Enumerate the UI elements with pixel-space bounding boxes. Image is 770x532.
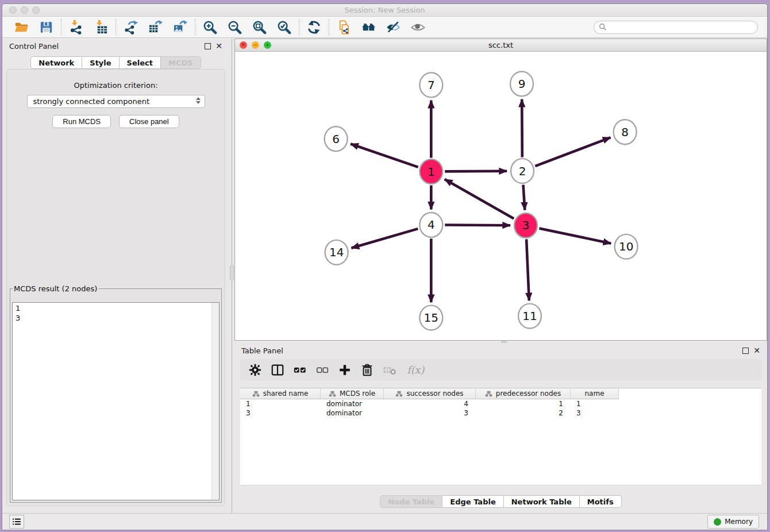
table-tab-motifs[interactable]: Motifs — [580, 495, 622, 508]
vertical-split-divider[interactable] — [229, 38, 234, 513]
tab-network[interactable]: Network — [30, 56, 82, 69]
edge-4-14[interactable] — [351, 229, 418, 248]
edge-2-9[interactable] — [522, 99, 522, 157]
svg-text:1: 1 — [428, 165, 435, 179]
first-neighbors-icon[interactable] — [361, 20, 376, 35]
tab-style[interactable]: Style — [82, 56, 119, 69]
table-row[interactable]: 1dominator411 — [240, 399, 761, 408]
graph-node-6[interactable]: 6 — [325, 126, 348, 151]
svg-text:9: 9 — [518, 77, 526, 91]
zoom-in-icon[interactable] — [202, 20, 218, 35]
split-view-icon[interactable] — [271, 363, 284, 377]
edge-4-3[interactable] — [445, 225, 510, 225]
table-cell[interactable]: 3 — [240, 408, 321, 418]
table-tab-network-table[interactable]: Network Table — [504, 495, 580, 508]
edge-1-2[interactable] — [445, 171, 507, 172]
edge-3-11[interactable] — [526, 239, 529, 300]
export-network-icon[interactable] — [123, 20, 138, 35]
column-header-predecessor-nodes[interactable]: predecessor nodes — [476, 388, 571, 399]
hide-selected-icon[interactable] — [386, 20, 401, 35]
table-cell[interactable]: 4 — [384, 399, 476, 408]
table-row[interactable]: 3dominator323 — [240, 408, 761, 418]
table-header-row: shared nameMCDS rolesuccessor nodesprede… — [240, 388, 761, 399]
close-panel-icon[interactable]: ✕ — [215, 43, 222, 49]
table-cell[interactable]: dominator — [321, 408, 384, 418]
table-cell[interactable]: 2 — [476, 408, 571, 418]
edge-2-8[interactable] — [535, 137, 610, 166]
table-panel-title: Table Panel — [241, 346, 283, 355]
search-input[interactable] — [610, 22, 753, 32]
tab-mcds[interactable]: MCDS — [161, 56, 201, 69]
zoom-fit-icon[interactable] — [252, 20, 267, 35]
graph-node-15[interactable]: 15 — [419, 306, 442, 330]
graph-node-14[interactable]: 14 — [325, 240, 348, 265]
table-cell[interactable]: 1 — [240, 399, 321, 408]
column-header-shared-name[interactable]: shared name — [240, 388, 321, 399]
svg-text:8: 8 — [621, 125, 629, 139]
network-graph[interactable]: 7968124314101511 — [235, 52, 767, 340]
copy-network-icon[interactable] — [336, 20, 352, 35]
show-all-icon[interactable] — [410, 20, 426, 35]
close-panel-icon[interactable]: ✕ — [753, 347, 760, 354]
tab-select[interactable]: Select — [120, 56, 161, 69]
select-all-icon[interactable] — [293, 363, 307, 377]
settings-icon[interactable] — [248, 363, 262, 377]
import-table-icon[interactable] — [93, 20, 109, 35]
search-box[interactable] — [594, 21, 758, 34]
memory-button[interactable]: Memory — [707, 515, 759, 529]
close-panel-button[interactable]: Close panel — [119, 115, 179, 128]
network-window-title: scc.txt — [235, 41, 767, 49]
result-scrollbar[interactable] — [211, 303, 219, 500]
export-image-icon[interactable] — [172, 20, 188, 35]
deselect-all-icon[interactable] — [315, 363, 329, 377]
edge-3-1[interactable] — [445, 179, 514, 219]
optimization-select[interactable]: strongly connected component — [27, 95, 205, 108]
table-cell[interactable]: 1 — [571, 399, 619, 408]
graph-node-2[interactable]: 2 — [511, 159, 534, 183]
app-title: Session: New Session — [2, 6, 767, 14]
svg-text:6: 6 — [332, 132, 340, 146]
edge-2-3[interactable] — [523, 185, 525, 210]
select-stepper-icon — [196, 97, 201, 104]
graph-node-10[interactable]: 10 — [615, 234, 638, 259]
zoom-out-icon[interactable] — [227, 20, 242, 35]
task-history-button[interactable] — [9, 515, 24, 529]
graph-node-11[interactable]: 11 — [518, 304, 541, 329]
app-window: Session: New Session Control Panel ✕ Net… — [2, 3, 768, 530]
table-tab-edge-table[interactable]: Edge Table — [442, 495, 503, 508]
save-session-icon[interactable] — [38, 20, 54, 35]
mcds-result-list[interactable]: 1 3 — [12, 302, 220, 500]
node-table[interactable]: shared nameMCDS rolesuccessor nodesprede… — [240, 388, 761, 485]
open-session-icon[interactable] — [14, 20, 29, 35]
column-header-MCDS-role[interactable]: MCDS role — [321, 388, 384, 399]
table-cell[interactable]: 3 — [384, 408, 476, 418]
column-header-name[interactable]: name — [571, 388, 619, 399]
export-table-icon[interactable] — [148, 20, 163, 35]
graph-node-3[interactable]: 3 — [514, 213, 537, 238]
edge-1-6[interactable] — [351, 144, 418, 167]
graph-node-9[interactable]: 9 — [510, 71, 533, 96]
table-tab-node-table[interactable]: Node Table — [380, 495, 442, 508]
graph-node-1[interactable]: 1 — [419, 159, 442, 184]
run-mcds-button[interactable]: Run MCDS — [52, 115, 111, 128]
graph-node-7[interactable]: 7 — [419, 72, 442, 97]
float-panel-icon[interactable] — [742, 348, 749, 354]
edge-3-10[interactable] — [539, 228, 611, 243]
window-titlebar[interactable]: Session: New Session — [2, 4, 767, 17]
network-window-titlebar[interactable]: ✕−+ scc.txt — [235, 39, 767, 52]
graph-node-8[interactable]: 8 — [614, 119, 637, 144]
table-cell[interactable]: 3 — [571, 408, 619, 418]
delete-row-icon[interactable] — [360, 363, 374, 377]
toolbar-separator — [61, 19, 61, 35]
table-cell[interactable]: 1 — [476, 399, 571, 408]
network-canvas[interactable]: 7968124314101511 — [235, 52, 767, 340]
table-cell[interactable]: dominator — [321, 399, 384, 408]
graph-node-4[interactable]: 4 — [419, 213, 442, 237]
refresh-icon[interactable] — [306, 20, 322, 35]
column-header-successor-nodes[interactable]: successor nodes — [384, 388, 476, 399]
divider-grip[interactable] — [230, 265, 234, 280]
import-network-icon[interactable] — [68, 20, 84, 35]
zoom-selected-icon[interactable] — [276, 20, 292, 35]
add-row-icon[interactable] — [338, 363, 352, 377]
float-panel-icon[interactable] — [205, 43, 211, 49]
